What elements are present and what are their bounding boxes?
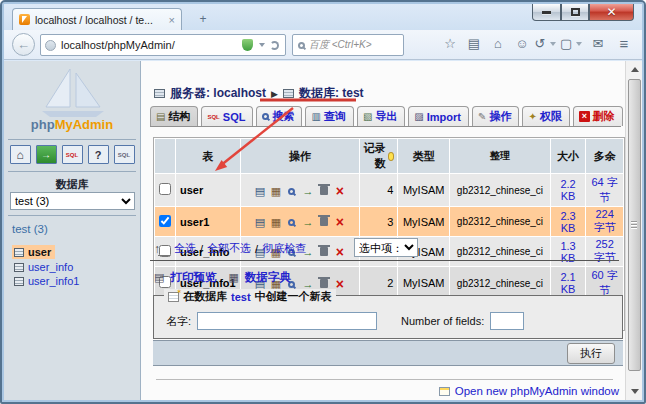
tab-import[interactable]: Import bbox=[408, 106, 469, 126]
empty-icon[interactable] bbox=[316, 246, 332, 258]
empty-icon[interactable] bbox=[316, 278, 332, 290]
documentation-icon[interactable] bbox=[88, 145, 109, 164]
tab-drop[interactable]: ×删除 bbox=[573, 106, 623, 126]
undo-menu-icon[interactable] bbox=[550, 42, 556, 46]
structure-icon[interactable] bbox=[268, 216, 284, 228]
open-new-window-link[interactable]: Open new phpMyAdmin window bbox=[455, 385, 619, 397]
titlebar: localhost / localhost / te... × + ✕ bbox=[4, 4, 642, 30]
tab-operations[interactable]: 操作 bbox=[472, 106, 519, 126]
home-icon[interactable] bbox=[10, 145, 31, 164]
header-collation[interactable]: 整理 bbox=[450, 139, 550, 173]
database-link[interactable]: test bbox=[231, 291, 251, 303]
maximize-button[interactable] bbox=[561, 4, 589, 21]
crop-icon[interactable]: ▢ bbox=[560, 36, 572, 51]
header-records[interactable]: 记录数 bbox=[360, 139, 397, 173]
crop-menu-icon[interactable] bbox=[576, 42, 582, 46]
search-bar[interactable]: 百度 <Ctrl+K> bbox=[292, 34, 404, 56]
print-icon bbox=[154, 271, 164, 284]
tab-query[interactable]: 查询 bbox=[305, 106, 353, 126]
search-placeholder[interactable]: 百度 <Ctrl+K> bbox=[309, 38, 372, 52]
insert-icon[interactable] bbox=[300, 185, 316, 197]
tab-export[interactable]: 导出 bbox=[357, 106, 405, 126]
table-icon bbox=[14, 248, 24, 257]
scroll-up-button[interactable] bbox=[627, 62, 642, 77]
drop-icon[interactable] bbox=[332, 278, 348, 290]
drop-icon[interactable] bbox=[332, 246, 348, 258]
bookmark-star-icon[interactable]: ☆ bbox=[438, 36, 462, 51]
check-all-link[interactable]: 全选 bbox=[174, 241, 196, 256]
print-view-link[interactable]: 打印预览 bbox=[170, 270, 216, 285]
url-input[interactable] bbox=[61, 39, 239, 51]
new-tab-button[interactable]: + bbox=[190, 12, 216, 28]
scroll-down-button[interactable] bbox=[627, 384, 642, 399]
table-name: user1 bbox=[176, 207, 240, 236]
selection-links: ↑ 全选 / 全部不选 / 彻底检查 bbox=[154, 241, 306, 256]
header-overhead[interactable]: 多余 bbox=[586, 139, 623, 173]
table-icon bbox=[14, 263, 24, 272]
header-size[interactable]: 大小 bbox=[551, 139, 585, 173]
undo-icon[interactable]: ↺ bbox=[534, 36, 546, 51]
structure-icon[interactable] bbox=[268, 185, 284, 197]
header-table[interactable]: 表 bbox=[176, 139, 240, 173]
divider bbox=[150, 260, 619, 261]
name-label: 名字: bbox=[166, 314, 191, 329]
sidebar-item-user-info[interactable]: user_info bbox=[12, 260, 77, 274]
browser-tab[interactable]: localhost / localhost / te... × bbox=[12, 8, 182, 30]
feedback-icon[interactable]: ☺ bbox=[510, 36, 534, 51]
search-icon bbox=[298, 42, 305, 49]
browse-icon[interactable] bbox=[252, 185, 268, 197]
url-bar[interactable] bbox=[40, 34, 286, 56]
page-content: phpMyAdmin 数据库 test (3) test (3) user bbox=[4, 61, 642, 400]
drop-icon[interactable] bbox=[332, 185, 348, 197]
empty-icon[interactable] bbox=[316, 185, 332, 197]
tab-search[interactable]: 搜索 bbox=[256, 106, 302, 126]
clipboard-icon[interactable]: ▤ bbox=[462, 36, 486, 51]
table-name-input[interactable] bbox=[197, 312, 377, 330]
insert-icon[interactable] bbox=[300, 216, 316, 228]
minimize-button[interactable] bbox=[532, 4, 561, 21]
window-icon bbox=[439, 387, 450, 396]
check-all-arrow-icon: ↑ bbox=[154, 242, 170, 256]
message-icon[interactable]: ✉ bbox=[586, 36, 610, 51]
menu-icon[interactable]: ≡ bbox=[610, 35, 638, 52]
back-button[interactable]: ← bbox=[12, 33, 35, 56]
drop-icon[interactable] bbox=[332, 216, 348, 228]
empty-icon[interactable] bbox=[316, 216, 332, 228]
tab-privileges[interactable]: 权限 bbox=[522, 106, 569, 126]
hint-icon[interactable] bbox=[388, 152, 395, 161]
check-overhead-link[interactable]: 彻底检查 bbox=[262, 241, 306, 256]
insert-icon[interactable] bbox=[300, 278, 316, 290]
database-select[interactable]: test (3) bbox=[10, 192, 135, 210]
up-arrow-icon bbox=[631, 67, 639, 72]
data-dictionary-link[interactable]: 数据字典 bbox=[245, 270, 291, 285]
search-icon[interactable] bbox=[284, 216, 300, 228]
url-dropdown-icon[interactable] bbox=[259, 43, 265, 47]
close-button[interactable]: ✕ bbox=[589, 4, 634, 21]
breadcrumb-database[interactable]: 数据库: test bbox=[299, 85, 364, 102]
logout-icon[interactable] bbox=[36, 145, 57, 164]
shield-icon[interactable] bbox=[242, 39, 253, 51]
row-checkbox[interactable] bbox=[159, 215, 171, 227]
go-button[interactable]: 执行 bbox=[567, 343, 615, 364]
reload-icon[interactable] bbox=[270, 41, 279, 50]
tab-sql[interactable]: SQL bbox=[201, 106, 253, 126]
breadcrumb-server[interactable]: 服务器: localhost bbox=[170, 85, 266, 102]
toolbar-icons: ☆ ▤ ⌂ ☺ ↺ ▢ ✉ ≡ bbox=[438, 35, 638, 52]
row-checkbox[interactable] bbox=[159, 183, 171, 195]
browse-icon[interactable] bbox=[252, 216, 268, 228]
uncheck-all-link[interactable]: 全部不选 bbox=[207, 241, 251, 256]
home-icon[interactable]: ⌂ bbox=[486, 36, 510, 51]
search-icon[interactable] bbox=[284, 185, 300, 197]
header-type[interactable]: 类型 bbox=[398, 139, 449, 173]
mysql-docs-icon[interactable] bbox=[114, 145, 135, 164]
vertical-scrollbar[interactable] bbox=[625, 61, 642, 400]
with-selected-select[interactable]: 选中项： bbox=[354, 238, 418, 257]
sidebar-item-user[interactable]: user bbox=[12, 245, 55, 259]
scrollbar-thumb[interactable] bbox=[628, 79, 641, 371]
tab-close-icon[interactable]: × bbox=[169, 14, 175, 26]
sidebar-item-user-info1[interactable]: user_info1 bbox=[12, 274, 83, 288]
database-tree-title[interactable]: test (3) bbox=[12, 223, 48, 235]
sql-window-icon[interactable] bbox=[62, 145, 83, 164]
num-fields-input[interactable] bbox=[490, 312, 524, 330]
tab-structure[interactable]: 结构 bbox=[150, 106, 198, 126]
